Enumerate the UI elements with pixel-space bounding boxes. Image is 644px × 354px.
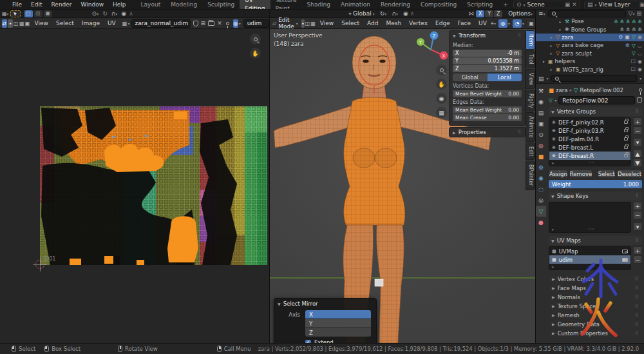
outliner-item-zara[interactable]: ▸▽ zara ⚙▣▽◉ bbox=[536, 34, 644, 41]
deselect-button[interactable]: Deselect bbox=[617, 170, 642, 178]
uv-menu-uv[interactable]: UV bbox=[104, 20, 120, 26]
shape-key-specials-button[interactable]: ▾ bbox=[633, 222, 642, 231]
expand-icon[interactable]: ▸ bbox=[549, 35, 554, 39]
tab-modeling[interactable]: Modeling bbox=[166, 1, 202, 9]
vertex-select-mode-icon[interactable]: ∙ bbox=[301, 19, 305, 28]
udim-texture-image[interactable] bbox=[40, 106, 267, 265]
vp-menu-uv[interactable]: UV bbox=[475, 20, 491, 26]
menu-edit[interactable]: Edit bbox=[26, 0, 46, 9]
vp-pan-hand-icon[interactable]: ✋ bbox=[436, 79, 447, 90]
uv-zoom-icon[interactable] bbox=[250, 34, 261, 44]
global-button[interactable]: Global bbox=[453, 74, 488, 81]
menu-help[interactable]: Help bbox=[108, 0, 131, 9]
chevron-down-icon[interactable]: ▾ bbox=[639, 76, 641, 81]
lock-open-icon[interactable] bbox=[624, 146, 628, 149]
median-y-field[interactable]: Y0.055358 m bbox=[453, 57, 522, 64]
assign-button[interactable]: Assign bbox=[549, 170, 568, 178]
vertex-bevel-weight-field[interactable]: Mean Bevel Weight0.00 bbox=[453, 90, 522, 97]
eye-closed-icon[interactable]: ◡ bbox=[638, 43, 642, 48]
sidebar-tab-view[interactable]: View bbox=[526, 69, 535, 89]
expand-icon[interactable]: ▸ bbox=[549, 43, 554, 48]
tab-scripting[interactable]: Scripting bbox=[462, 1, 498, 9]
lock-open-icon[interactable] bbox=[624, 137, 628, 141]
list-expand-icon[interactable]: ▸ bbox=[552, 227, 554, 232]
face-maps-section[interactable]: ▶Face Maps⠿ bbox=[549, 284, 642, 292]
snap-target-icon[interactable]: ∩ bbox=[111, 10, 116, 17]
add-vertex-group-button[interactable]: + bbox=[633, 117, 642, 126]
eye-icon[interactable]: ◉ bbox=[638, 34, 642, 40]
checkbox-icon[interactable]: ☐ bbox=[631, 59, 636, 64]
expand-icon[interactable]: ▸ bbox=[558, 27, 563, 32]
viewport-3d[interactable]: User Perspective (148) zara X Y Z ✋ ◉ ▦ … bbox=[270, 29, 535, 343]
remove-button[interactable]: Remove bbox=[569, 170, 593, 178]
extend-select-mode-button[interactable]: ◫ bbox=[34, 10, 43, 17]
vertex-colors-section[interactable]: ▶Vertex Colors⠿ bbox=[549, 275, 642, 283]
uv-menu-select[interactable]: Select bbox=[52, 20, 78, 26]
material-properties-tab[interactable]: ● bbox=[536, 217, 546, 228]
uv-map-name-field[interactable]: udim bbox=[243, 19, 269, 28]
vertex-groups-header[interactable]: ▼ Vertex Groups⠿ bbox=[549, 107, 642, 116]
vp-menu-add[interactable]: Add bbox=[363, 20, 382, 26]
expand-icon[interactable]: ▸ bbox=[558, 19, 563, 24]
navigation-gizmo[interactable]: X Y Z bbox=[413, 30, 449, 66]
texture-space-section[interactable]: ▶Texture Space⠿ bbox=[549, 302, 642, 310]
uv-vertex-select-icon[interactable]: ∙ bbox=[8, 19, 13, 28]
list-expand-icon[interactable]: ▸ bbox=[552, 161, 554, 166]
uv-pan-hand-icon[interactable]: ✋ bbox=[250, 48, 261, 59]
properties-editor-type-icon[interactable]: ▤ bbox=[538, 75, 544, 82]
orientation-value[interactable]: Global bbox=[353, 10, 372, 17]
unlink-image-icon[interactable]: ✕ bbox=[217, 20, 222, 26]
uv-sync-selection-icon[interactable]: ⇄ bbox=[2, 19, 7, 28]
weight-slider[interactable]: Weight1.000 bbox=[549, 180, 642, 188]
menu-window[interactable]: Window bbox=[77, 0, 109, 9]
list-resize-grip[interactable]: ⠒⠒ bbox=[588, 227, 594, 232]
vp-zoom-icon[interactable] bbox=[436, 64, 447, 75]
scene-properties-tab[interactable]: ⊙ bbox=[536, 129, 546, 140]
vp-menu-select[interactable]: Select bbox=[337, 20, 363, 26]
outliner-item-pose[interactable]: ▸⚒ Pose ⋔ ⋔ ⋔ ⋔ ⋔ bbox=[536, 17, 644, 25]
overlays-icon[interactable]: ◍ bbox=[498, 19, 507, 28]
new-image-icon[interactable]: ⊞ bbox=[201, 20, 206, 26]
select-button[interactable]: Select bbox=[598, 170, 616, 178]
properties-search-input[interactable] bbox=[551, 75, 637, 82]
add-shape-key-button[interactable]: + bbox=[633, 202, 642, 210]
shape-keys-list[interactable]: ▸⠒⠒ bbox=[549, 202, 631, 233]
vertex-group-row[interactable]: ❋DEF-f_pinky.02.R bbox=[549, 118, 630, 126]
lock-open-icon[interactable] bbox=[624, 129, 628, 132]
select-mirror-header[interactable]: ▼ Select Mirror bbox=[274, 299, 376, 309]
lock-open-icon[interactable] bbox=[624, 154, 628, 157]
move-group-down-button[interactable]: ▼ bbox=[633, 159, 642, 167]
uv-editor-type-icon[interactable]: ▦ bbox=[2, 11, 7, 17]
snap-toggle-icon[interactable]: ↻ bbox=[380, 10, 385, 17]
filter-icon[interactable]: ▽ bbox=[629, 10, 633, 17]
mean-crease-field[interactable]: Mean Crease0.00 bbox=[453, 114, 522, 121]
tab-sculpting[interactable]: Sculpting bbox=[202, 1, 240, 9]
axis-z-option[interactable]: Z bbox=[305, 328, 371, 337]
outliner-item-bone-groups[interactable]: ▸❋ Bone Groups ⋔ ⋔ ⋔ ⋔ bbox=[536, 25, 644, 33]
expand-icon[interactable]: ▸ bbox=[549, 51, 554, 55]
vertex-group-specials-button[interactable]: ▾ bbox=[633, 138, 642, 146]
outliner-item-zara-bake-cage[interactable]: ▸▽ zara bake cage ⚙▽◡ bbox=[536, 41, 644, 49]
object-properties-tab[interactable]: ■ bbox=[536, 151, 546, 162]
magnet-snap-icon[interactable]: ∩ bbox=[392, 10, 396, 17]
menu-render[interactable]: Render bbox=[47, 0, 77, 9]
vertex-group-row[interactable]: ❋DEF-breast.L bbox=[549, 143, 630, 152]
particles-properties-tab[interactable]: ❋ bbox=[536, 173, 546, 184]
view-layer-selector[interactable]: ▤▾ View Layer ▣ ✕ bbox=[584, 1, 644, 8]
pin-icon[interactable] bbox=[226, 22, 229, 25]
outliner-item-zara-sculpt[interactable]: ▸▽ zara sculpt ▽◡ bbox=[536, 50, 644, 57]
sidebar-tab-tool[interactable]: Tool bbox=[526, 50, 535, 68]
fake-user-shield-icon[interactable] bbox=[193, 21, 198, 26]
browse-image-icon[interactable]: ▦ bbox=[122, 19, 128, 28]
list-resize-grip[interactable]: ⠒⠒ bbox=[588, 161, 594, 166]
geometry-data-section[interactable]: ▶Geometry Data⠿ bbox=[549, 320, 642, 328]
move-group-up-button[interactable]: ▲ bbox=[633, 150, 642, 158]
vp-menu-edge[interactable]: Edge bbox=[431, 20, 454, 26]
tab-shading[interactable]: Shading bbox=[301, 1, 336, 9]
copy-icon[interactable]: ▣ bbox=[565, 1, 571, 8]
breadcrumb-object[interactable]: zara bbox=[556, 87, 567, 93]
edge-select-mode-icon[interactable]: ◫ bbox=[305, 19, 310, 28]
open-image-icon[interactable] bbox=[208, 21, 214, 26]
sidebar-tab-item[interactable]: Item bbox=[526, 30, 535, 50]
tab-rendering[interactable]: Rendering bbox=[375, 1, 415, 9]
